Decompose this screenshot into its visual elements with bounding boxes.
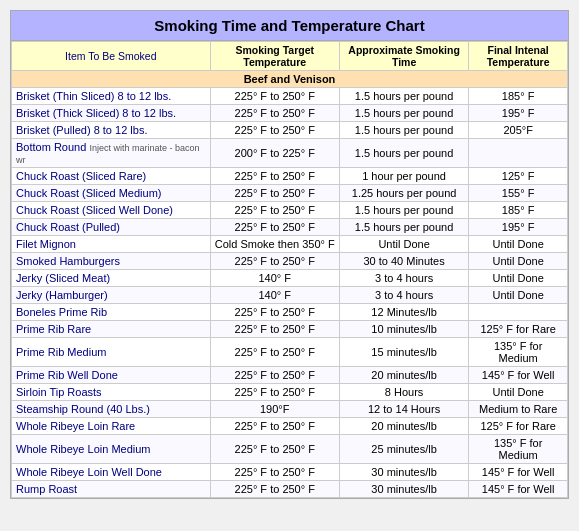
time-cell: Until Done — [339, 236, 468, 253]
item-cell: Rump Roast — [12, 481, 211, 498]
target-temp-cell: 140° F — [210, 287, 339, 304]
table-row: Bottom Round Inject with marinate - baco… — [12, 139, 568, 168]
final-temp-cell: Medium to Rare — [469, 401, 568, 418]
time-cell: 20 minutes/lb — [339, 418, 468, 435]
time-cell: 1.5 hours per pound — [339, 219, 468, 236]
time-cell: 1 hour per pound — [339, 168, 468, 185]
final-temp-cell: Until Done — [469, 384, 568, 401]
item-cell: Jerky (Sliced Meat) — [12, 270, 211, 287]
final-temp-cell: 205°F — [469, 122, 568, 139]
table-row: Brisket (Thick Sliced) 8 to 12 lbs.225° … — [12, 105, 568, 122]
target-temp-cell: 225° F to 250° F — [210, 202, 339, 219]
target-temp-cell: 225° F to 250° F — [210, 321, 339, 338]
item-cell: Chuck Roast (Sliced Well Done) — [12, 202, 211, 219]
final-temp-cell: Until Done — [469, 270, 568, 287]
final-temp-cell: 135° F for Medium — [469, 338, 568, 367]
time-cell: 12 Minutes/lb — [339, 304, 468, 321]
target-temp-cell: 190°F — [210, 401, 339, 418]
time-cell: 1.25 hours per pound — [339, 185, 468, 202]
final-temp-cell: 145° F for Well — [469, 367, 568, 384]
item-cell: Sirloin Tip Roasts — [12, 384, 211, 401]
section-header: Beef and Venison — [12, 71, 568, 88]
target-temp-cell: 225° F to 250° F — [210, 481, 339, 498]
target-temp-cell: 140° F — [210, 270, 339, 287]
final-temp-cell: Until Done — [469, 287, 568, 304]
final-temp-cell: Until Done — [469, 236, 568, 253]
item-cell: Boneles Prime Rib — [12, 304, 211, 321]
header-approx-time: Approximate Smoking Time — [339, 42, 468, 71]
target-temp-cell: 225° F to 250° F — [210, 105, 339, 122]
table-row: Prime Rib Medium225° F to 250° F15 minut… — [12, 338, 568, 367]
target-temp-cell: 225° F to 250° F — [210, 338, 339, 367]
item-cell: Whole Ribeye Loin Rare — [12, 418, 211, 435]
target-temp-cell: Cold Smoke then 350° F — [210, 236, 339, 253]
table-row: Whole Ribeye Loin Rare225° F to 250° F20… — [12, 418, 568, 435]
final-temp-cell: 195° F — [469, 219, 568, 236]
item-cell: Prime Rib Rare — [12, 321, 211, 338]
final-temp-cell: 185° F — [469, 202, 568, 219]
item-cell: Jerky (Hamburger) — [12, 287, 211, 304]
table-row: Jerky (Hamburger)140° F3 to 4 hoursUntil… — [12, 287, 568, 304]
final-temp-cell: 135° F for Medium — [469, 435, 568, 464]
header-final-temp: Final Intenal Temperature — [469, 42, 568, 71]
item-cell: Prime Rib Medium — [12, 338, 211, 367]
item-cell: Prime Rib Well Done — [12, 367, 211, 384]
item-cell: Bottom Round Inject with marinate - baco… — [12, 139, 211, 168]
final-temp-cell — [469, 139, 568, 168]
time-cell: 1.5 hours per pound — [339, 202, 468, 219]
final-temp-cell: 155° F — [469, 185, 568, 202]
table-row: Brisket (Pulled) 8 to 12 lbs.225° F to 2… — [12, 122, 568, 139]
table-row: Prime Rib Well Done225° F to 250° F20 mi… — [12, 367, 568, 384]
time-cell: 25 minutes/lb — [339, 435, 468, 464]
target-temp-cell: 200° F to 225° F — [210, 139, 339, 168]
final-temp-cell: Until Done — [469, 253, 568, 270]
target-temp-cell: 225° F to 250° F — [210, 418, 339, 435]
target-temp-cell: 225° F to 250° F — [210, 435, 339, 464]
smoking-chart-table: Item To Be Smoked Smoking Target Tempera… — [11, 41, 568, 498]
time-cell: 30 to 40 Minutes — [339, 253, 468, 270]
item-cell: Whole Ribeye Loin Well Done — [12, 464, 211, 481]
time-cell: 1.5 hours per pound — [339, 139, 468, 168]
final-temp-cell: 125° F for Rare — [469, 418, 568, 435]
item-cell: Brisket (Thin Sliced) 8 to 12 lbs. — [12, 88, 211, 105]
time-cell: 1.5 hours per pound — [339, 88, 468, 105]
target-temp-cell: 225° F to 250° F — [210, 304, 339, 321]
item-cell: Brisket (Thick Sliced) 8 to 12 lbs. — [12, 105, 211, 122]
time-cell: 30 minutes/lb — [339, 464, 468, 481]
header-item: Item To Be Smoked — [12, 42, 211, 71]
chart-container: Smoking Time and Temperature Chart Item … — [10, 10, 569, 499]
header-target-temp: Smoking Target Temperature — [210, 42, 339, 71]
table-row: Smoked Hamburgers225° F to 250° F30 to 4… — [12, 253, 568, 270]
item-cell: Smoked Hamburgers — [12, 253, 211, 270]
table-row: Chuck Roast (Pulled)225° F to 250° F1.5 … — [12, 219, 568, 236]
target-temp-cell: 225° F to 250° F — [210, 122, 339, 139]
table-row: Whole Ribeye Loin Medium225° F to 250° F… — [12, 435, 568, 464]
final-temp-cell: 125° F — [469, 168, 568, 185]
item-cell: Steamship Round (40 Lbs.) — [12, 401, 211, 418]
final-temp-cell: 185° F — [469, 88, 568, 105]
table-row: Chuck Roast (Sliced Rare)225° F to 250° … — [12, 168, 568, 185]
item-cell: Chuck Roast (Sliced Medium) — [12, 185, 211, 202]
time-cell: 1.5 hours per pound — [339, 105, 468, 122]
item-cell: Chuck Roast (Pulled) — [12, 219, 211, 236]
table-row: Whole Ribeye Loin Well Done225° F to 250… — [12, 464, 568, 481]
final-temp-cell: 145° F for Well — [469, 464, 568, 481]
item-cell: Chuck Roast (Sliced Rare) — [12, 168, 211, 185]
time-cell: 10 minutes/lb — [339, 321, 468, 338]
target-temp-cell: 225° F to 250° F — [210, 384, 339, 401]
time-cell: 8 Hours — [339, 384, 468, 401]
target-temp-cell: 225° F to 250° F — [210, 367, 339, 384]
time-cell: 3 to 4 hours — [339, 270, 468, 287]
final-temp-cell: 125° F for Rare — [469, 321, 568, 338]
final-temp-cell: 195° F — [469, 105, 568, 122]
target-temp-cell: 225° F to 250° F — [210, 88, 339, 105]
time-cell: 30 minutes/lb — [339, 481, 468, 498]
table-row: Jerky (Sliced Meat)140° F3 to 4 hoursUnt… — [12, 270, 568, 287]
item-cell: Filet Mignon — [12, 236, 211, 253]
final-temp-cell: 145° F for Well — [469, 481, 568, 498]
table-row: Sirloin Tip Roasts225° F to 250° F8 Hour… — [12, 384, 568, 401]
time-cell: 12 to 14 Hours — [339, 401, 468, 418]
item-cell: Whole Ribeye Loin Medium — [12, 435, 211, 464]
target-temp-cell: 225° F to 250° F — [210, 185, 339, 202]
target-temp-cell: 225° F to 250° F — [210, 464, 339, 481]
